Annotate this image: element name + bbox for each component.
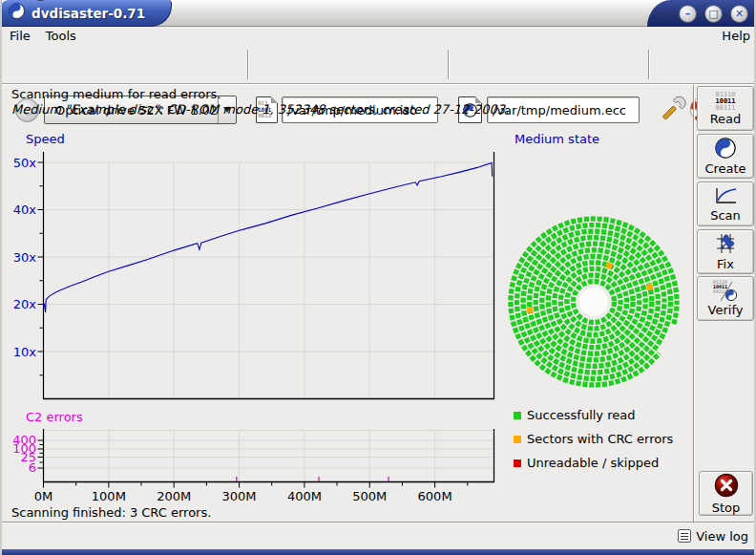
menubar: File Tools Help — [2, 27, 756, 45]
window-title: dvdisaster-0.71 — [32, 6, 145, 21]
app-logo-yinyang-icon — [9, 3, 25, 23]
close-button[interactable]: ✕ — [730, 5, 748, 23]
legend-swatch-orange — [514, 436, 521, 443]
legend-swatch-red — [514, 459, 521, 467]
read-button-label: Read — [710, 112, 742, 126]
toolbar-separator — [448, 50, 450, 79]
speed-curve-icon — [713, 186, 738, 208]
menu-tools[interactable]: Tools — [38, 29, 84, 43]
titlebar: dvdisaster-0.71 – □ ✕ — [0, 0, 756, 27]
svg-text:400M: 400M — [287, 489, 322, 503]
svg-text:100: 100 — [12, 441, 36, 456]
svg-text:10x: 10x — [13, 345, 37, 359]
legend-item-ok: Successfully read — [514, 408, 635, 422]
preferences-wrench-icon[interactable] — [658, 95, 686, 129]
stop-x-icon — [714, 473, 739, 501]
binary-yinyang-icon: 011101001100111 — [713, 280, 738, 303]
svg-text:0M: 0M — [34, 489, 53, 503]
verify-button[interactable]: 011101001100111 Verify — [697, 276, 754, 321]
legend-item-bad: Unreadable / skipped — [514, 456, 659, 470]
verify-button-label: Verify — [708, 303, 744, 317]
create-button[interactable]: Create — [697, 134, 754, 179]
toolbar-separator — [247, 50, 249, 79]
c2-errors-title: C2 errors — [26, 410, 83, 424]
binary-rows-icon: 011101001100111 — [715, 92, 735, 112]
scan-status-line: Scanning medium for read errors. — [11, 87, 220, 101]
svg-text:400: 400 — [12, 433, 36, 447]
svg-text:300M: 300M — [222, 489, 257, 503]
footer-status-text: Scanning finished: 3 CRC errors. — [11, 505, 211, 520]
svg-text:30x: 30x — [13, 250, 37, 265]
fix-button[interactable]: Fix — [697, 229, 754, 274]
stop-button[interactable]: Stop — [699, 471, 753, 516]
yinyang-icon — [715, 138, 736, 161]
medium-state-title: Medium state — [514, 132, 599, 146]
read-button[interactable]: 011101001100111 Read — [697, 86, 754, 131]
minimize-button[interactable]: – — [679, 5, 697, 23]
legend-label: Sectors with CRC errors — [527, 432, 673, 446]
toolbar-separator — [648, 50, 650, 79]
view-log-button[interactable]: View log — [696, 529, 748, 544]
legend-item-crc: Sectors with CRC errors — [514, 432, 673, 446]
sidebar-separator — [693, 85, 695, 522]
svg-text:600M: 600M — [418, 489, 452, 503]
scan-button-label: Scan — [710, 208, 741, 223]
svg-text:50x: 50x — [13, 156, 37, 170]
puzzle-piece-icon — [714, 233, 737, 257]
speed-chart-title: Speed — [26, 132, 65, 146]
statusbar: View log — [2, 522, 756, 549]
scan-button[interactable]: Scan — [697, 181, 754, 226]
svg-text:500M: 500M — [352, 489, 387, 503]
title-tab: dvdisaster-0.71 — [0, 0, 172, 27]
create-button-label: Create — [704, 161, 746, 176]
svg-text:40x: 40x — [13, 203, 37, 217]
svg-text:6: 6 — [29, 460, 36, 475]
toolbar: Optical drive 52X FW 1.02 01110010011 — [2, 45, 756, 84]
svg-text:200M: 200M — [157, 489, 191, 503]
legend-swatch-green — [514, 412, 521, 419]
legend-label: Successfully read — [527, 408, 635, 422]
ecc-path-input[interactable] — [487, 96, 640, 123]
stop-button-label: Stop — [712, 501, 741, 515]
maximize-button[interactable]: □ — [704, 5, 723, 23]
svg-text:100M: 100M — [92, 489, 126, 503]
medium-info-line: Medium "Example disc": CD-ROM mode 1, 35… — [11, 102, 509, 117]
fix-button-label: Fix — [717, 257, 734, 271]
menu-help[interactable]: Help — [714, 29, 756, 43]
window-bottom-frame — [0, 549, 756, 555]
legend-label: Unreadable / skipped — [527, 456, 659, 470]
svg-text:20x: 20x — [13, 297, 37, 311]
view-log-icon[interactable] — [678, 529, 691, 543]
app-window: dvdisaster-0.71 – □ ✕ File Tools Help Op… — [0, 0, 756, 555]
menu-file[interactable]: File — [2, 29, 38, 43]
window-controls: – □ ✕ — [647, 0, 756, 27]
svg-text:25: 25 — [20, 450, 36, 464]
